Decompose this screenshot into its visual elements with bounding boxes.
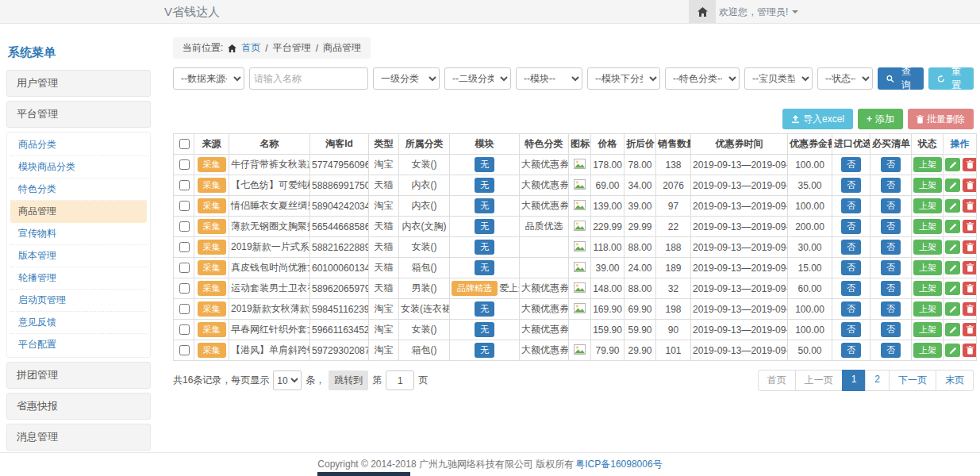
row-checkbox[interactable] [179,283,190,294]
import-select-toggle[interactable]: 否 [841,178,861,193]
pager-button-2[interactable]: 2 [865,370,890,391]
must-buy-toggle[interactable]: 否 [881,260,901,275]
row-checkbox[interactable] [179,221,190,232]
row-checkbox[interactable] [179,201,190,211]
must-buy-toggle[interactable]: 否 [881,240,901,255]
must-buy-toggle[interactable]: 否 [881,343,901,358]
delete-button[interactable] [963,261,977,274]
pager-button-下一页[interactable]: 下一页 [889,370,936,391]
import-select-toggle[interactable]: 否 [841,198,861,213]
must-buy-toggle[interactable]: 否 [881,301,901,317]
delete-button[interactable] [963,344,977,357]
import-select-toggle[interactable]: 否 [841,260,861,275]
filter-select-module-sub-category[interactable]: --模块下分类-- [587,67,660,90]
sidebar-item[interactable]: 商品管理 [10,201,147,223]
edit-button[interactable] [945,199,960,213]
row-checkbox[interactable] [179,180,190,190]
sidebar-group-platform[interactable]: 平台管理 [6,101,151,128]
pager-button-1[interactable]: 1 [842,370,867,391]
row-checkbox[interactable] [179,159,190,170]
row-checkbox[interactable] [179,324,190,335]
import-select-toggle[interactable]: 否 [841,219,861,234]
filter-select-level2-category[interactable]: --二级分类-- [444,67,511,90]
delete-button[interactable] [963,282,977,295]
sidebar-item[interactable]: 意见反馈 [10,312,147,334]
batch-delete-button[interactable]: 批量删除 [908,109,974,129]
filter-select-data-source[interactable]: --数据来源-- [173,67,244,90]
status-toggle[interactable]: 上架 [913,178,942,193]
filter-select-level1-category[interactable]: 一级分类 [373,67,440,90]
edit-button[interactable] [945,220,960,233]
sidebar-item[interactable]: 商品分类 [10,134,147,156]
sidebar-item[interactable]: 模块商品分类 [10,156,147,178]
sidebar-item[interactable]: 轮播管理 [10,267,147,290]
import-select-toggle[interactable]: 否 [841,322,861,337]
user-menu[interactable]: 欢迎您，管理员! [719,0,798,24]
sidebar-group-message[interactable]: 消息管理 [6,424,151,451]
icp-link[interactable]: 粤ICP备16098006号 [575,458,662,471]
filter-select-module[interactable]: --模块-- [516,67,582,90]
sidebar-item[interactable]: 宣传物料 [10,223,147,245]
sidebar-group-express[interactable]: 省惠快报 [6,393,151,420]
status-toggle[interactable]: 上架 [913,157,942,172]
breadcrumb-home-link[interactable]: 首页 [241,41,260,55]
edit-button[interactable] [945,282,960,295]
filter-select-feature-category[interactable]: --特色分类-- [665,67,740,90]
must-buy-toggle[interactable]: 否 [881,178,901,193]
delete-button[interactable] [963,240,977,254]
pager-button-上一页[interactable]: 上一页 [795,370,843,391]
import-select-toggle[interactable]: 否 [841,157,861,172]
delete-button[interactable] [963,323,977,336]
status-toggle[interactable]: 上架 [913,343,942,358]
status-toggle[interactable]: 上架 [913,240,942,255]
reset-button[interactable]: 重置 [928,67,974,90]
filter-select-item-type[interactable]: --宝贝类型-- [744,67,813,90]
filter-input-name-search[interactable] [249,67,368,90]
status-toggle[interactable]: 上架 [913,322,942,337]
row-checkbox[interactable] [179,304,190,314]
import-select-toggle[interactable]: 否 [841,343,861,358]
delete-button[interactable] [963,158,977,171]
sidebar-item[interactable]: 启动页管理 [10,290,147,312]
page-number-input[interactable] [386,370,414,390]
edit-button[interactable] [945,261,960,274]
add-button[interactable]: + 添加 [858,109,903,129]
edit-button[interactable] [945,178,960,192]
delete-button[interactable] [963,220,977,233]
must-buy-toggle[interactable]: 否 [881,219,901,234]
sidebar-item[interactable]: 版本管理 [10,245,147,267]
edit-button[interactable] [945,158,960,171]
pager-button-首页[interactable]: 首页 [758,370,796,391]
pager-button-末页[interactable]: 末页 [936,370,974,391]
import-select-toggle[interactable]: 否 [841,240,861,255]
delete-button[interactable] [963,199,977,213]
row-checkbox[interactable] [179,345,190,355]
status-toggle[interactable]: 上架 [913,260,942,275]
delete-button[interactable] [963,178,977,192]
home-button[interactable] [689,0,716,23]
row-checkbox[interactable] [179,242,190,252]
sidebar-item[interactable]: 特色分类 [10,178,147,201]
import-excel-button[interactable]: 导入excel [782,109,853,129]
delete-button[interactable] [963,302,977,316]
filter-select-status[interactable]: --状态-- [817,67,873,90]
edit-button[interactable] [945,240,960,254]
status-toggle[interactable]: 上架 [913,281,942,296]
import-select-toggle[interactable]: 否 [841,281,861,296]
edit-button[interactable] [945,302,960,316]
status-toggle[interactable]: 上架 [913,198,942,213]
must-buy-toggle[interactable]: 否 [881,322,901,337]
edit-button[interactable] [945,323,960,336]
row-checkbox[interactable] [179,263,190,273]
sidebar-group-user[interactable]: 用户管理 [6,70,151,97]
import-select-toggle[interactable]: 否 [841,301,861,317]
must-buy-toggle[interactable]: 否 [881,281,901,296]
sidebar-item[interactable]: 平台配置 [10,334,147,355]
must-buy-toggle[interactable]: 否 [881,157,901,172]
edit-button[interactable] [945,344,960,357]
sidebar-group-groupon[interactable]: 拼团管理 [6,362,151,389]
jump-to-button[interactable]: 跳转到 [329,370,368,390]
status-toggle[interactable]: 上架 [913,219,942,234]
search-button[interactable]: 查询 [878,67,924,90]
must-buy-toggle[interactable]: 否 [881,198,901,213]
